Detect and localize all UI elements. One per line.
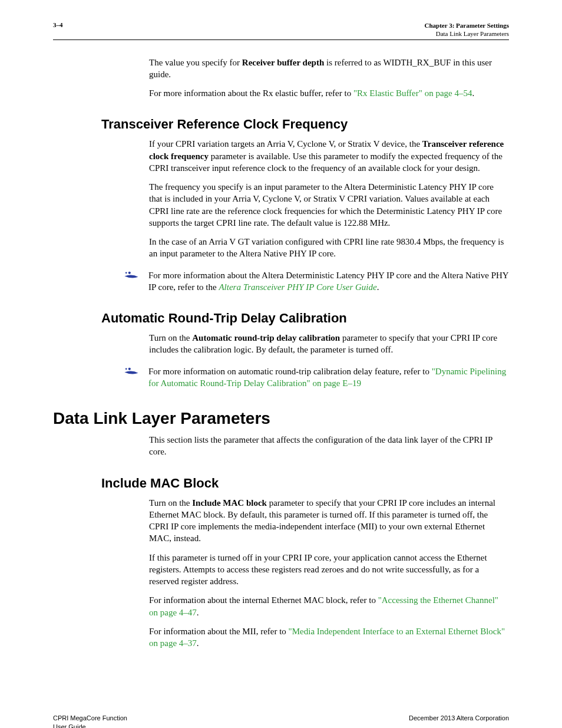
body-paragraph: If your CPRI variation targets an Arria … xyxy=(149,138,509,174)
body-paragraph: For more information about the Rx elasti… xyxy=(149,87,509,99)
body-paragraph: If this parameter is turned off in your … xyxy=(149,552,509,588)
heading-include-mac: Include MAC Block xyxy=(101,476,509,491)
body-paragraph: For information about the internal Ether… xyxy=(149,594,509,618)
note-block: For more information on automatic round-… xyxy=(53,365,509,390)
footer-doc-subtitle: User Guide xyxy=(53,723,127,728)
svg-point-1 xyxy=(128,271,131,274)
body-paragraph: The frequency you specify is an input pa… xyxy=(149,181,509,229)
note-block: For more information about the Altera De… xyxy=(53,269,509,294)
page-header: 3–4 Chapter 3: Parameter Settings Data L… xyxy=(53,21,509,40)
footer-doc-title: CPRI MegaCore Function xyxy=(53,714,127,722)
footer-date-company: December 2013 Altera Corporation xyxy=(409,714,509,728)
heading-data-link-layer: Data Link Layer Parameters xyxy=(53,409,509,428)
header-chapter: Chapter 3: Parameter Settings xyxy=(425,21,509,29)
cross-ref-link[interactable]: "Rx Elastic Buffer" on page 4–54 xyxy=(353,88,472,98)
header-section: Data Link Layer Parameters xyxy=(425,29,509,38)
heading-transceiver-ref-clock: Transceiver Reference Clock Frequency xyxy=(101,117,509,132)
heading-auto-round-trip: Automatic Round-Trip Delay Calibration xyxy=(101,311,509,326)
body-paragraph: In the case of an Arria V GT variation c… xyxy=(149,236,509,260)
info-icon xyxy=(124,271,140,279)
svg-point-2 xyxy=(125,368,127,370)
body-paragraph: The value you specify for Receiver buffe… xyxy=(149,57,509,81)
note-text: For more information about the Altera De… xyxy=(148,269,509,294)
external-doc-link[interactable]: Altera Transceiver PHY IP Core User Guid… xyxy=(219,282,376,292)
body-paragraph: Turn on the Include MAC block parameter … xyxy=(149,497,509,545)
body-paragraph: Turn on the Automatic round-trip delay c… xyxy=(149,332,509,356)
note-text: For more information on automatic round-… xyxy=(148,365,509,390)
body-paragraph: This section lists the parameter that af… xyxy=(149,434,509,458)
svg-point-0 xyxy=(125,272,127,274)
svg-point-3 xyxy=(128,367,131,370)
page-number: 3–4 xyxy=(53,21,63,28)
info-icon xyxy=(124,367,140,375)
body-paragraph: For information about the MII, refer to … xyxy=(149,625,509,650)
page-footer: CPRI MegaCore Function User Guide Decemb… xyxy=(53,714,509,728)
